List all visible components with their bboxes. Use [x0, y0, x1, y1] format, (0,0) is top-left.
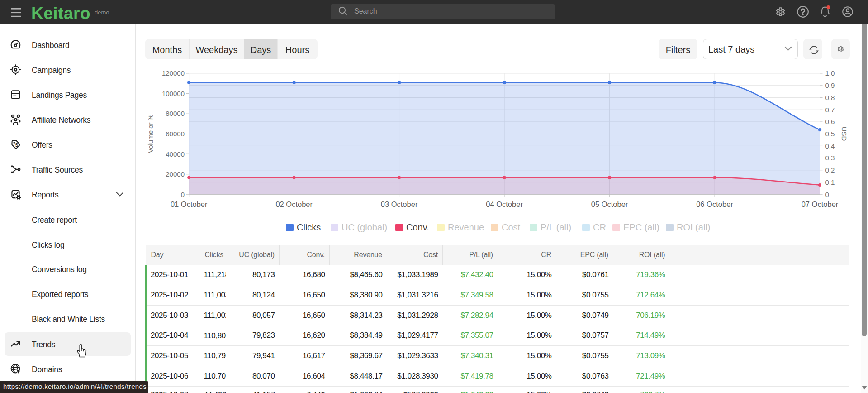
svg-text:01 October: 01 October: [171, 200, 208, 208]
svg-text:120000: 120000: [162, 69, 185, 77]
svg-text:06 October: 06 October: [696, 200, 733, 208]
svg-text:S: S: [15, 143, 18, 148]
svg-text:03 October: 03 October: [381, 200, 418, 208]
svg-text:60000: 60000: [166, 130, 185, 138]
svg-text:100000: 100000: [162, 90, 185, 97]
svg-text:0: 0: [181, 191, 185, 198]
svg-text:0: 0: [825, 191, 829, 198]
svg-text:0.5: 0.5: [825, 130, 835, 138]
svg-text:USD: USD: [840, 127, 848, 141]
svg-text:07 October: 07 October: [802, 200, 839, 208]
svg-text:0.9: 0.9: [825, 81, 835, 89]
svg-text:1.0: 1.0: [825, 69, 835, 77]
svg-text:40000: 40000: [166, 150, 185, 158]
svg-text:0.3: 0.3: [825, 154, 835, 162]
svg-text:0.8: 0.8: [825, 94, 835, 101]
svg-text:02 October: 02 October: [275, 200, 313, 208]
svg-text:80000: 80000: [166, 110, 185, 117]
svg-text:Volume or %: Volume or %: [147, 115, 154, 153]
svg-text:0.1: 0.1: [825, 178, 835, 186]
svg-text:0.6: 0.6: [825, 118, 835, 125]
svg-text:0.2: 0.2: [825, 166, 835, 174]
svg-text:0.7: 0.7: [825, 106, 835, 114]
svg-text:20000: 20000: [166, 170, 185, 178]
svg-text:05 October: 05 October: [591, 200, 628, 208]
svg-text:04 October: 04 October: [486, 200, 523, 208]
svg-text:0.4: 0.4: [825, 142, 835, 150]
